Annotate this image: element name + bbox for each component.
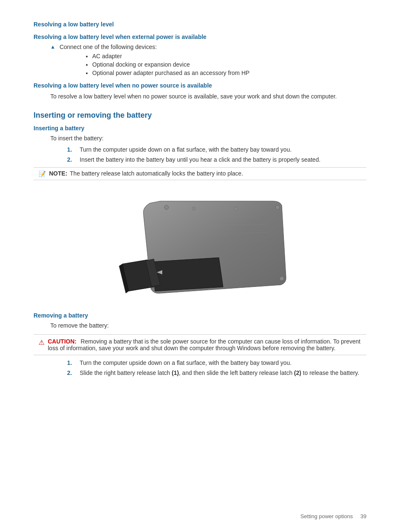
insert-intro: To insert the battery: — [50, 134, 366, 143]
connect-devices-text: Connect one of the following devices: — [60, 44, 157, 50]
remove-intro: To remove the battery: — [50, 321, 366, 330]
svg-point-4 — [192, 207, 195, 210]
note-text: The battery release latch automatically … — [70, 170, 243, 177]
no-power-body: To resolve a low battery level when no p… — [50, 92, 366, 101]
note-label: NOTE: — [49, 170, 68, 177]
footer-text: Setting power options — [300, 513, 353, 519]
devices-list: AC adapter Optional docking or expansion… — [92, 53, 366, 76]
insert-step-1: Turn the computer upside down on a flat … — [67, 146, 366, 153]
svg-point-1 — [275, 205, 280, 209]
no-power-heading: Resolving a low battery level when no po… — [34, 82, 366, 89]
remove-step-1: Turn the computer upside down on a flat … — [67, 359, 366, 366]
svg-point-2 — [280, 276, 284, 281]
svg-point-0 — [164, 205, 169, 209]
removing-battery-heading: Removing a battery — [34, 312, 366, 319]
bold-2: (2) — [294, 369, 301, 376]
list-item: AC adapter — [92, 53, 366, 59]
note-box: 📝 NOTE: The battery release latch automa… — [34, 167, 366, 180]
list-item: Optional docking or expansion device — [92, 61, 366, 68]
caution-box: ⚠ CAUTION: Removing a battery that is th… — [34, 334, 366, 355]
battery-image-svg — [110, 189, 290, 300]
inserting-removing-heading: Inserting or removing the battery — [34, 111, 366, 120]
caution-label: CAUTION: — [48, 338, 76, 345]
caution-text: Removing a battery that is the sole powe… — [48, 338, 361, 351]
resolving-low-battery-heading: Resolving a low battery level — [34, 21, 366, 28]
note-icon: 📝 — [39, 170, 46, 177]
external-power-heading: Resolving a low battery level when exter… — [34, 34, 366, 40]
caution-content: CAUTION: Removing a battery that is the … — [48, 338, 361, 351]
connect-devices-item: ▲ Connect one of the following devices: — [50, 44, 366, 50]
svg-point-5 — [234, 207, 237, 210]
triangle-icon: ▲ — [50, 44, 55, 50]
remove-step-2: Slide the right battery release latch (1… — [67, 369, 366, 376]
list-item: Optional power adapter purchased as an a… — [92, 70, 366, 76]
page-footer: Setting power options 39 — [300, 513, 366, 519]
insert-step-2: Insert the battery into the battery bay … — [67, 156, 366, 163]
bold-1: (1) — [171, 369, 179, 376]
inserting-battery-heading: Inserting a battery — [34, 125, 366, 132]
remove-steps-list: Turn the computer upside down on a flat … — [67, 359, 366, 376]
insert-steps-list: Turn the computer upside down on a flat … — [67, 146, 366, 163]
battery-insertion-image — [34, 189, 366, 300]
caution-icon: ⚠ — [39, 338, 44, 346]
page-number: 39 — [361, 513, 366, 519]
